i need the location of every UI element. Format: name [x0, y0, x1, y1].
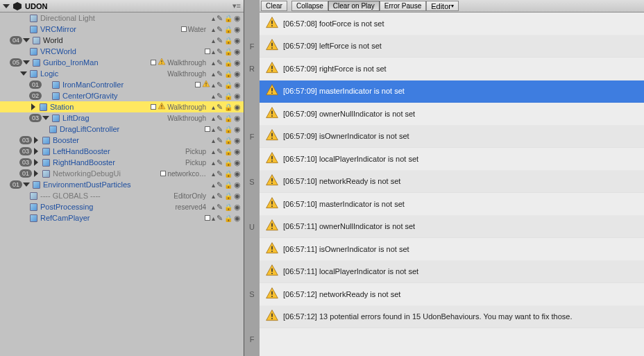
clear-button[interactable]: Clear — [261, 1, 287, 11]
edit-icon[interactable]: ✎ — [217, 36, 223, 45]
hierarchy-row[interactable]: 01IronManController▴✎🔒◉ — [0, 79, 244, 90]
select-icon[interactable]: ▴ — [212, 103, 215, 111]
edit-icon[interactable]: ✎ — [217, 125, 223, 134]
select-icon[interactable]: ▴ — [212, 81, 215, 89]
visibility-icon[interactable]: ◉ — [234, 25, 241, 34]
edit-icon[interactable]: ✎ — [217, 214, 223, 223]
console-row[interactable]: [06:57:09] rightForce is not set — [260, 58, 644, 80]
select-icon[interactable]: ▴ — [212, 137, 215, 144]
edit-icon[interactable]: ✎ — [217, 180, 223, 189]
select-icon[interactable]: ▴ — [212, 70, 215, 78]
lock-icon[interactable]: 🔒 — [224, 181, 232, 189]
hierarchy-row[interactable]: Directional Light▴✎🔒◉ — [0, 12, 244, 24]
hierarchy-header[interactable]: UDON ▾≡ — [0, 0, 244, 12]
visibility-icon[interactable]: ◉ — [234, 203, 241, 212]
error-pause-button[interactable]: Error Pause — [380, 1, 426, 11]
select-icon[interactable]: ▴ — [212, 148, 215, 155]
edit-icon[interactable]: ✎ — [217, 92, 223, 101]
collapse-icon[interactable] — [3, 4, 10, 8]
visibility-icon[interactable]: ◉ — [234, 114, 241, 123]
console-row[interactable]: [06:57:12] networkReady is not set — [260, 283, 644, 306]
select-icon[interactable]: ▴ — [212, 48, 215, 56]
visibility-icon[interactable]: ◉ — [234, 47, 241, 56]
clear-on-play-button[interactable]: Clear on Play — [328, 1, 380, 11]
hierarchy-row[interactable]: RefCamPlayer▴✎🔒◉ — [0, 212, 244, 223]
console-row[interactable]: [06:57:08] footForce is not set — [260, 12, 644, 35]
console-row[interactable]: [06:57:12] 13 potential errors found in … — [260, 306, 644, 329]
lock-icon[interactable]: 🔒 — [224, 70, 232, 78]
select-icon[interactable]: ▴ — [212, 59, 215, 67]
panel-menu-icon[interactable]: ▾≡ — [232, 1, 241, 10]
expand-toggle[interactable] — [42, 116, 50, 120]
console-log[interactable]: [06:57:08] footForce is not set[06:57:09… — [260, 12, 644, 356]
edit-icon[interactable]: ✎ — [217, 114, 223, 123]
console-row[interactable]: [06:57:11] localPlayerIndicator is not s… — [260, 261, 644, 284]
expand-toggle[interactable] — [22, 183, 31, 187]
visibility-icon[interactable]: ◉ — [234, 103, 241, 112]
lock-icon[interactable]: 🔒 — [224, 59, 232, 67]
console-row[interactable]: [06:57:09] ownerNullIndicator is not set — [260, 103, 644, 126]
edit-icon[interactable]: ✎ — [217, 14, 223, 23]
lock-icon[interactable]: 🔒 — [224, 115, 232, 122]
edit-icon[interactable]: ✎ — [217, 25, 223, 34]
visibility-icon[interactable]: ◉ — [234, 36, 241, 45]
lock-icon[interactable]: 🔒 — [224, 37, 232, 44]
visibility-icon[interactable]: ◉ — [234, 147, 241, 156]
hierarchy-row[interactable]: 03LiftDragWalkthrough▴✎🔒◉ — [0, 112, 244, 124]
hierarchy-row[interactable]: LogicWalkthrough▴✎🔒◉ — [0, 68, 244, 79]
console-row[interactable]: [06:57:10] masterIndicator is not set — [260, 193, 644, 216]
visibility-icon[interactable]: ◉ — [234, 58, 241, 67]
select-icon[interactable]: ▴ — [212, 26, 215, 33]
visibility-icon[interactable]: ◉ — [234, 158, 241, 167]
select-icon[interactable]: ▴ — [212, 115, 215, 122]
select-icon[interactable]: ▴ — [212, 170, 215, 178]
expand-toggle[interactable] — [32, 148, 40, 155]
lock-icon[interactable]: 🔒 — [224, 81, 232, 89]
edit-icon[interactable]: ✎ — [217, 136, 223, 145]
lock-icon[interactable]: 🔒 — [224, 170, 232, 178]
hierarchy-row[interactable]: 05Guribo_IronManWalkthrough▴✎🔒◉ — [0, 57, 244, 68]
expand-toggle[interactable] — [19, 71, 28, 76]
hierarchy-row[interactable]: VRCWorld▴✎🔒◉ — [0, 46, 244, 57]
edit-icon[interactable]: ✎ — [217, 192, 223, 201]
console-row[interactable]: [06:57:10] localPlayerIndicator is not s… — [260, 148, 644, 171]
hierarchy-row[interactable]: ---- GLOBALS ----EditorOnly▴✎🔒◉ — [0, 190, 244, 201]
select-icon[interactable]: ▴ — [212, 15, 215, 22]
lock-icon[interactable]: 🔒 — [224, 15, 232, 22]
edit-icon[interactable]: ✎ — [217, 47, 223, 56]
hierarchy-row[interactable]: 03RightHandBoosterPickup▴✎🔒◉ — [0, 157, 244, 168]
lock-icon[interactable]: 🔒 — [224, 48, 232, 56]
visibility-icon[interactable]: ◉ — [234, 136, 241, 145]
lock-icon[interactable]: 🔒 — [224, 203, 232, 211]
edit-icon[interactable]: ✎ — [217, 103, 223, 112]
hierarchy-row[interactable]: 04World▴✎🔒◉ — [0, 35, 244, 46]
select-icon[interactable]: ▴ — [212, 214, 215, 222]
edit-icon[interactable]: ✎ — [217, 169, 223, 178]
expand-toggle[interactable] — [29, 103, 37, 110]
lock-icon[interactable]: 🔒 — [224, 26, 232, 33]
hierarchy-row[interactable]: VRCMirrorWater▴✎🔒◉ — [0, 24, 244, 35]
hierarchy-row[interactable]: StationWalkthrough▴✎🔒◉ — [0, 101, 244, 112]
visibility-icon[interactable]: ◉ — [234, 169, 241, 178]
expand-toggle[interactable] — [22, 60, 31, 65]
console-row[interactable]: [06:57:11] isOwnerIndicator is not set — [260, 238, 644, 261]
lock-icon[interactable]: 🔒 — [224, 214, 232, 222]
select-icon[interactable]: ▴ — [212, 181, 215, 189]
select-icon[interactable]: ▴ — [212, 92, 215, 100]
console-row[interactable]: [06:57:09] isOwnerIndicator is not set — [260, 126, 644, 149]
lock-icon[interactable]: 🔒 — [224, 137, 232, 144]
lock-icon[interactable]: 🔒 — [224, 159, 232, 167]
hierarchy-row[interactable]: 03Booster▴✎🔒◉ — [0, 135, 244, 146]
lock-icon[interactable]: 🔒 — [224, 126, 232, 133]
edit-icon[interactable]: ✎ — [217, 80, 223, 90]
edit-icon[interactable]: ✎ — [217, 69, 223, 78]
lock-icon[interactable]: 🔒 — [224, 192, 232, 200]
visibility-icon[interactable]: ◉ — [234, 69, 241, 78]
lock-icon[interactable]: 🔒 — [224, 148, 232, 155]
visibility-icon[interactable]: ◉ — [234, 214, 241, 223]
edit-icon[interactable]: ✎ — [217, 147, 223, 156]
select-icon[interactable]: ▴ — [212, 192, 215, 200]
hierarchy-row[interactable]: 02CenterOfGravity▴✎🔒◉ — [0, 90, 244, 101]
visibility-icon[interactable]: ◉ — [234, 180, 241, 189]
edit-icon[interactable]: ✎ — [217, 203, 223, 212]
